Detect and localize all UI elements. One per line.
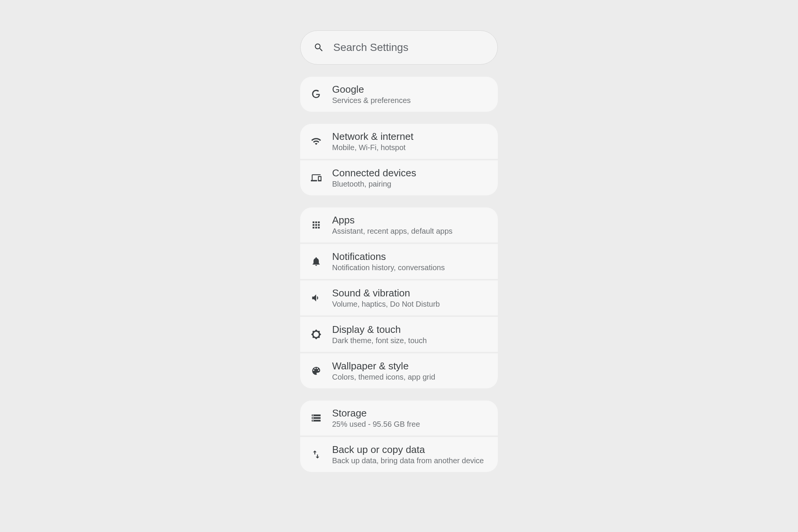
item-subtitle: Back up data, bring data from another de… (332, 456, 484, 465)
item-subtitle: Bluetooth, pairing (332, 180, 416, 188)
settings-item-apps[interactable]: Apps Assistant, recent apps, default app… (300, 207, 498, 242)
settings-item-notifications[interactable]: Notifications Notification history, conv… (300, 244, 498, 279)
item-subtitle: Volume, haptics, Do Not Disturb (332, 300, 440, 309)
apps-icon (309, 218, 323, 232)
google-icon (309, 87, 323, 101)
item-title: Notifications (332, 251, 445, 263)
settings-item-google[interactable]: Google Services & preferences (300, 77, 498, 112)
search-settings[interactable] (300, 30, 498, 65)
settings-item-wallpaper[interactable]: Wallpaper & style Colors, themed icons, … (300, 353, 498, 388)
settings-item-connected-devices[interactable]: Connected devices Bluetooth, pairing (300, 160, 498, 195)
settings-group: Google Services & preferences (300, 77, 498, 112)
item-subtitle: Notification history, conversations (332, 263, 445, 272)
wifi-icon (309, 135, 323, 148)
item-subtitle: Dark theme, font size, touch (332, 336, 427, 345)
settings-group: Apps Assistant, recent apps, default app… (300, 207, 498, 388)
item-title: Back up or copy data (332, 444, 484, 456)
settings-screen: Google Services & preferences Network & … (300, 30, 498, 532)
bell-icon (309, 255, 323, 268)
settings-item-storage[interactable]: Storage 25% used - 95.56 GB free (300, 401, 498, 435)
item-subtitle: Colors, themed icons, app grid (332, 373, 435, 382)
settings-item-sound[interactable]: Sound & vibration Volume, haptics, Do No… (300, 280, 498, 315)
item-title: Sound & vibration (332, 287, 440, 299)
item-subtitle: Services & preferences (332, 96, 411, 105)
item-subtitle: Mobile, Wi-Fi, hotspot (332, 143, 413, 152)
search-input[interactable] (333, 41, 486, 54)
item-title: Display & touch (332, 324, 427, 336)
brightness-icon (309, 328, 323, 341)
palette-icon (309, 364, 323, 378)
item-title: Apps (332, 214, 453, 226)
item-title: Network & internet (332, 131, 413, 142)
item-title: Storage (332, 407, 420, 419)
settings-group: Network & internet Mobile, Wi-Fi, hotspo… (300, 124, 498, 195)
search-icon (312, 41, 326, 54)
devices-icon (309, 171, 323, 185)
backup-icon (309, 448, 323, 461)
volume-icon (309, 291, 323, 305)
item-title: Google (332, 84, 411, 95)
settings-item-network[interactable]: Network & internet Mobile, Wi-Fi, hotspo… (300, 124, 498, 159)
settings-group: Storage 25% used - 95.56 GB free Back up… (300, 401, 498, 472)
item-subtitle: Assistant, recent apps, default apps (332, 227, 453, 236)
item-subtitle: 25% used - 95.56 GB free (332, 420, 420, 429)
settings-item-display[interactable]: Display & touch Dark theme, font size, t… (300, 317, 498, 352)
settings-item-backup[interactable]: Back up or copy data Back up data, bring… (300, 437, 498, 472)
storage-icon (309, 411, 323, 425)
item-title: Connected devices (332, 167, 416, 179)
item-title: Wallpaper & style (332, 360, 435, 372)
